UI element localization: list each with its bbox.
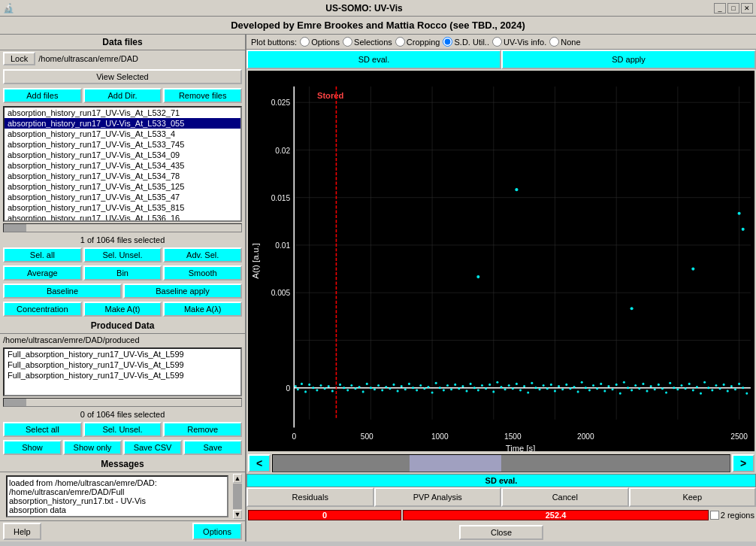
- cancel-button[interactable]: Cancel: [501, 487, 629, 507]
- nav-next-button[interactable]: >: [732, 454, 754, 472]
- file-list-hscroll[interactable]: [3, 223, 242, 232]
- file-item[interactable]: absorption_history_run17_UV-Vis_At_L532_…: [5, 108, 240, 118]
- save-csv-button[interactable]: Save CSV: [123, 440, 182, 455]
- svg-point-71: [439, 387, 441, 389]
- produced-file-item[interactable]: Full_absorption_history_run17_UV-Vis_At_…: [5, 359, 240, 370]
- radio-uvvis-info[interactable]: UV-Vis info.: [492, 37, 546, 47]
- add-dir-button[interactable]: Add Dir.: [83, 88, 162, 103]
- pvp-analysis-button[interactable]: PVP Analysis: [374, 487, 502, 507]
- svg-point-142: [711, 389, 713, 391]
- messages-scrollbar[interactable]: ▲ ▼: [233, 474, 242, 519]
- file-item[interactable]: absorption_history_run17_UV-Vis_At_L534_…: [5, 150, 240, 160]
- svg-point-67: [423, 387, 425, 390]
- adv-sel-button[interactable]: Adv. Sel.: [163, 247, 242, 262]
- sel-unsel-produced-button[interactable]: Sel. Unsel.: [83, 422, 162, 437]
- svg-point-57: [385, 386, 387, 388]
- select-all-produced-button[interactable]: Select all: [3, 422, 82, 437]
- right-panel: Plot buttons: Options Selections Croppin…: [246, 35, 756, 541]
- file-item[interactable]: absorption_history_run17_UV-Vis_At_L533_…: [5, 139, 240, 150]
- produced-hscroll[interactable]: [3, 398, 242, 407]
- file-item[interactable]: absorption_history_run17_UV-Vis_At_L535_…: [5, 192, 240, 202]
- file-item[interactable]: absorption_history_run17_UV-Vis_At_L533_…: [5, 129, 240, 139]
- file-item[interactable]: absorption_history_run17_UV-Vis_At_L533_…: [5, 118, 240, 129]
- radio-sd-util[interactable]: S.D. Util..: [443, 37, 488, 47]
- svg-point-54: [373, 388, 376, 390]
- close-button[interactable]: ✕: [741, 3, 753, 14]
- make-alambda-button[interactable]: Make A(λ): [163, 302, 242, 317]
- svg-point-127: [654, 388, 656, 390]
- lock-button[interactable]: Lock: [3, 52, 35, 65]
- residuals-button[interactable]: Residuals: [246, 487, 374, 507]
- show-only-button[interactable]: Show only: [63, 440, 122, 455]
- average-button[interactable]: Average: [3, 265, 82, 281]
- sd-eval-button[interactable]: SD eval.: [246, 50, 501, 69]
- regions-checkbox[interactable]: [710, 511, 719, 520]
- produced-file-item[interactable]: Full_absorption_history_run17_UV-Vis_At_…: [5, 370, 240, 381]
- options-button[interactable]: Options: [192, 523, 242, 540]
- remove-produced-button[interactable]: Remove: [163, 422, 242, 437]
- svg-text:A(t) [a.u.]: A(t) [a.u.]: [251, 243, 260, 279]
- bin-button[interactable]: Bin: [83, 265, 162, 281]
- svg-point-77: [461, 385, 464, 387]
- remove-files-button[interactable]: Remove files: [163, 88, 242, 103]
- sel-unsel-button[interactable]: Sel. Unsel.: [83, 247, 162, 262]
- produced-file-item[interactable]: Full_absorption_history_run17_UV-Vis_At_…: [5, 349, 240, 359]
- svg-point-117: [615, 384, 618, 386]
- svg-point-132: [673, 387, 675, 389]
- svg-text:2500: 2500: [730, 432, 748, 441]
- radio-none[interactable]: None: [549, 37, 580, 47]
- svg-point-88: [504, 388, 507, 390]
- radio-options[interactable]: Options: [300, 37, 340, 47]
- sel-all-button[interactable]: Sel. all: [3, 247, 82, 262]
- svg-text:Time [s]: Time [s]: [506, 444, 535, 451]
- radio-cropping[interactable]: Cropping: [395, 37, 440, 47]
- svg-point-70: [435, 382, 437, 384]
- smooth-button[interactable]: Smooth: [163, 265, 242, 281]
- baseline-apply-button[interactable]: Baseline apply: [123, 284, 242, 299]
- nav-prev-button[interactable]: <: [248, 454, 271, 472]
- add-files-button[interactable]: Add files: [3, 88, 82, 103]
- svg-point-137: [692, 389, 694, 391]
- svg-point-62: [404, 388, 407, 390]
- svg-text:0.02: 0.02: [275, 146, 290, 154]
- svg-point-68: [427, 386, 429, 388]
- svg-point-82: [481, 384, 483, 387]
- plot-buttons-label: Plot buttons:: [251, 38, 297, 47]
- file-item[interactable]: absorption_history_run17_UV-Vis_At_L534_…: [5, 160, 240, 171]
- svg-point-47: [346, 389, 349, 391]
- svg-point-156: [631, 307, 634, 310]
- keep-button[interactable]: Keep: [629, 487, 757, 507]
- svg-text:2000: 2000: [577, 432, 594, 441]
- process-row1: Average Bin Smooth: [0, 264, 245, 282]
- save-button[interactable]: Save: [183, 440, 242, 455]
- plot-svg: 0.025 0.02 0.015 0.01 0.005 0 0 500 1000…: [248, 71, 754, 451]
- file-item[interactable]: absorption_history_run17_UV-Vis_At_L535_…: [5, 202, 240, 213]
- nav-thumb[interactable]: [410, 455, 501, 472]
- svg-point-80: [473, 387, 476, 389]
- make-at-button[interactable]: Make A(t): [83, 302, 162, 317]
- file-list-container[interactable]: absorption_history_run17_UV-Vis_At_L532_…: [3, 106, 242, 222]
- data-files-header: Data files: [0, 35, 245, 50]
- file-item[interactable]: absorption_history_run17_UV-Vis_At_L536_…: [5, 213, 240, 222]
- svg-point-92: [519, 389, 522, 391]
- file-item[interactable]: absorption_history_run17_UV-Vis_At_L535_…: [5, 181, 240, 192]
- radio-selections[interactable]: Selections: [343, 37, 392, 47]
- messages-header: Messages: [0, 457, 245, 472]
- svg-point-128: [658, 384, 660, 386]
- svg-point-107: [577, 390, 579, 393]
- close-button[interactable]: Close: [459, 525, 543, 540]
- help-button[interactable]: Help: [3, 523, 41, 540]
- svg-point-73: [446, 384, 449, 387]
- concentration-button[interactable]: Concentration: [3, 302, 82, 317]
- produced-list-container[interactable]: Full_absorption_history_run17_UV-Vis_At_…: [3, 347, 242, 396]
- view-selected-button[interactable]: View Selected: [3, 69, 242, 84]
- baseline-button[interactable]: Baseline: [3, 284, 122, 299]
- nav-slider[interactable]: [272, 454, 730, 472]
- file-item[interactable]: absorption_history_run17_UV-Vis_At_L534_…: [5, 171, 240, 181]
- minimize-button[interactable]: _: [714, 3, 726, 14]
- svg-point-109: [585, 387, 587, 389]
- show-button[interactable]: Show: [3, 440, 62, 455]
- sd-apply-button[interactable]: SD apply: [501, 50, 756, 69]
- svg-text:1000: 1000: [431, 432, 449, 441]
- maximize-button[interactable]: □: [727, 3, 739, 14]
